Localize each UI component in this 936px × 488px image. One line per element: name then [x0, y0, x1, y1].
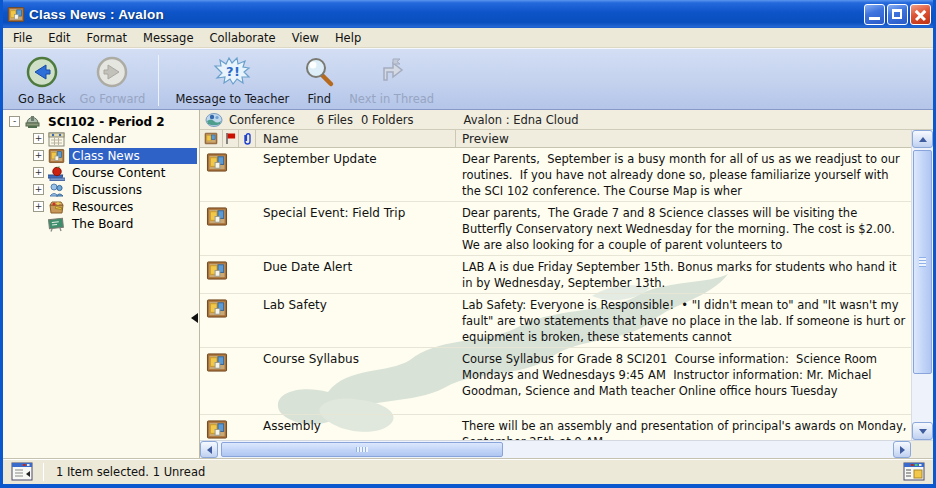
- tree-item-course-content[interactable]: + Course Content: [3, 164, 199, 181]
- files-count: 6 Files: [317, 113, 353, 127]
- status-bar: 1 Item selected. 1 Unread: [3, 458, 933, 484]
- tree-item-calendar[interactable]: + Calendar: [3, 130, 199, 147]
- forward-arrow-icon: [96, 54, 128, 90]
- sidebar-tree: - SCI102 - Period 2 +: [3, 110, 200, 458]
- go-forward-label: Go Forward: [80, 92, 146, 106]
- column-name[interactable]: Name: [256, 130, 456, 147]
- expand-box[interactable]: +: [33, 167, 44, 178]
- expand-box[interactable]: +: [33, 133, 44, 144]
- item-preview: There will be an assembly and presentati…: [456, 415, 911, 440]
- tree-label[interactable]: SCI102 - Period 2: [45, 114, 168, 130]
- menu-help[interactable]: Help: [327, 29, 369, 47]
- folders-count: 0 Folders: [361, 113, 414, 127]
- column-header-row: Name Preview: [200, 130, 933, 148]
- item-name: Course Syllabus: [256, 348, 456, 414]
- back-arrow-icon: [26, 54, 58, 90]
- split-view-icon[interactable]: [903, 462, 925, 481]
- scroll-up-button[interactable]: [912, 130, 933, 148]
- next-in-thread-button[interactable]: Next in Thread: [342, 52, 441, 109]
- list-item[interactable]: Assembly There will be an assembly and p…: [200, 415, 911, 440]
- bulletin-board-icon: [200, 415, 256, 440]
- minimize-button[interactable]: [864, 4, 885, 25]
- conference-panel: Conference 6 Files 0 Folders Avalon : Ed…: [200, 110, 933, 458]
- item-preview: Dear parents, The Grade 7 and 8 Science …: [456, 202, 911, 255]
- unread-flag-icon[interactable]: [223, 130, 239, 147]
- menu-edit[interactable]: Edit: [40, 29, 78, 47]
- item-name: Due Date Alert: [256, 256, 456, 293]
- collapse-box[interactable]: -: [9, 116, 20, 127]
- vertical-scrollbar: [911, 130, 933, 440]
- paperclip-icon[interactable]: [239, 130, 256, 147]
- expand-box[interactable]: +: [33, 150, 44, 161]
- vertical-scroll-thumb[interactable]: [913, 150, 932, 374]
- close-button[interactable]: [910, 4, 931, 25]
- vertical-scroll-track[interactable]: [912, 148, 933, 422]
- item-name: Special Event: Field Trip: [256, 202, 456, 255]
- chat-burst-icon: ? !: [213, 54, 251, 90]
- status-separator: [43, 463, 44, 481]
- menu-collaborate[interactable]: Collaborate: [201, 29, 283, 47]
- column-preview[interactable]: Preview: [456, 130, 911, 147]
- svg-text:?: ?: [226, 64, 234, 79]
- maximize-button[interactable]: [887, 4, 908, 25]
- message-to-teacher-button[interactable]: ? ! Message to Teacher: [168, 52, 296, 109]
- tree-item-the-board[interactable]: The Board: [3, 215, 199, 232]
- app-window: Class News : Avalon File Edit Format Mes…: [0, 0, 936, 488]
- toolbar: Go Back Go Forward ? ! Message to Teache…: [3, 48, 933, 110]
- observatory-icon: [24, 114, 41, 130]
- tree-item-sci102[interactable]: - SCI102 - Period 2: [3, 113, 199, 130]
- list-item[interactable]: September Update Dear Parents, September…: [200, 148, 911, 202]
- collapse-pane-icon[interactable]: [11, 462, 33, 481]
- tree-item-discussions[interactable]: + Discussions: [3, 181, 199, 198]
- scroll-left-button[interactable]: [200, 441, 218, 458]
- bulletin-board-icon: [200, 348, 256, 414]
- tree-label[interactable]: The Board: [69, 216, 136, 232]
- message-item-icon[interactable]: [200, 130, 223, 147]
- tree-label[interactable]: Discussions: [69, 182, 145, 198]
- item-name: Lab Safety: [256, 294, 456, 347]
- tree-label[interactable]: Course Content: [69, 165, 168, 181]
- list-item[interactable]: Special Event: Field Trip Dear parents, …: [200, 202, 911, 256]
- scroll-down-button[interactable]: [912, 422, 933, 440]
- bulletin-board-icon: [200, 148, 256, 201]
- window-title: Class News : Avalon: [29, 7, 862, 22]
- tree-label[interactable]: Class News: [69, 148, 197, 164]
- menu-file[interactable]: File: [5, 29, 40, 47]
- tree-label[interactable]: Resources: [69, 199, 136, 215]
- list-item[interactable]: Lab Safety Lab Safety: Everyone is Respo…: [200, 294, 911, 348]
- item-name: Assembly: [256, 415, 456, 440]
- tree-label[interactable]: Calendar: [69, 131, 129, 147]
- find-label: Find: [307, 92, 331, 106]
- message-to-teacher-label: Message to Teacher: [175, 92, 289, 106]
- menu-format[interactable]: Format: [79, 29, 136, 47]
- apple-books-icon: [48, 165, 65, 181]
- horizontal-scrollbar: [200, 440, 933, 458]
- expand-box[interactable]: +: [33, 184, 44, 195]
- thread-flag-icon: [376, 54, 408, 90]
- magnifier-icon: [303, 54, 335, 90]
- scrollbar-corner: [911, 441, 933, 458]
- horizontal-scroll-thumb[interactable]: [221, 442, 503, 457]
- scroll-right-button[interactable]: [893, 441, 911, 458]
- titlebar[interactable]: Class News : Avalon: [0, 0, 936, 28]
- expand-box[interactable]: +: [33, 201, 44, 212]
- conference-info-bar: Conference 6 Files 0 Folders Avalon : Ed…: [200, 110, 933, 130]
- bulletin-board-icon: [200, 256, 256, 293]
- tree-item-class-news[interactable]: + Class News: [3, 147, 199, 164]
- list-item[interactable]: Due Date Alert LAB A is due Friday Septe…: [200, 256, 911, 294]
- bulletin-board-icon: [200, 294, 256, 347]
- horizontal-scroll-track[interactable]: [218, 441, 893, 458]
- bulletin-board-icon: [7, 6, 25, 23]
- item-preview: Dear Parents, September is a busy month …: [456, 148, 911, 201]
- menu-view[interactable]: View: [284, 29, 327, 47]
- conference-icon: [205, 112, 223, 127]
- svg-text:!: !: [234, 64, 240, 79]
- find-button[interactable]: Find: [296, 52, 342, 109]
- menu-message[interactable]: Message: [135, 29, 201, 47]
- tree-item-resources[interactable]: + Resources: [3, 198, 199, 215]
- list-item[interactable]: Course Syllabus Course Syllabus for Grad…: [200, 348, 911, 415]
- go-back-button[interactable]: Go Back: [11, 52, 73, 109]
- item-name: September Update: [256, 148, 456, 201]
- splitter-collapse-arrow[interactable]: [191, 313, 198, 323]
- go-forward-button[interactable]: Go Forward: [73, 52, 153, 109]
